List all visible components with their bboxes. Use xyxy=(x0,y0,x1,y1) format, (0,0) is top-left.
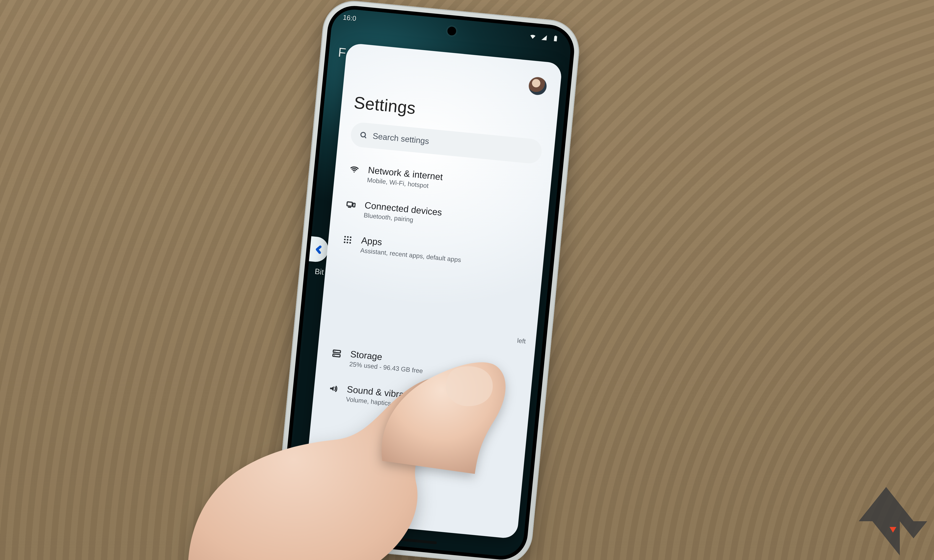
settings-item-sub-fragment: left xyxy=(353,321,526,345)
svg-point-8 xyxy=(347,239,349,241)
svg-point-15 xyxy=(334,351,335,352)
svg-point-4 xyxy=(344,236,346,238)
apps-icon xyxy=(343,235,353,245)
svg-point-10 xyxy=(344,242,345,243)
back-gesture-chip[interactable] xyxy=(308,236,329,263)
svg-marker-18 xyxy=(886,487,914,521)
sound-icon xyxy=(328,383,339,394)
chevron-left-icon xyxy=(313,244,324,255)
svg-marker-17 xyxy=(859,487,886,521)
svg-point-16 xyxy=(334,355,335,356)
svg-marker-19 xyxy=(872,521,900,555)
search-placeholder: Search settings xyxy=(372,131,429,146)
svg-point-11 xyxy=(346,242,348,243)
svg-point-12 xyxy=(349,242,351,244)
signal-status-icon xyxy=(540,34,548,42)
gesture-nav-pill[interactable] xyxy=(369,535,437,544)
wifi-status-icon xyxy=(529,33,537,40)
svg-point-6 xyxy=(350,237,352,238)
settings-card[interactable]: Settings Search settings Network & inter… xyxy=(302,43,563,539)
battery-status-icon xyxy=(552,35,559,42)
camera-punch-hole xyxy=(447,26,457,35)
svg-point-5 xyxy=(347,236,349,238)
svg-point-9 xyxy=(349,239,351,241)
wifi-icon xyxy=(349,164,360,175)
settings-list: Network & internet Mobile, Wi-Fi, hotspo… xyxy=(325,155,540,427)
phone-device: 16:0 F Bit Settings Sear xyxy=(273,0,582,560)
statusbar-time: 16:0 xyxy=(343,14,356,22)
svg-rect-3 xyxy=(353,203,355,207)
svg-point-7 xyxy=(344,239,346,240)
scene: 16:0 F Bit Settings Sear xyxy=(0,0,934,560)
settings-card-inner: Settings Search settings Network & inter… xyxy=(302,43,563,539)
profile-avatar[interactable] xyxy=(528,76,547,96)
svg-rect-2 xyxy=(347,202,352,206)
devices-icon xyxy=(346,199,356,210)
svg-rect-14 xyxy=(333,354,340,357)
svg-rect-13 xyxy=(333,350,340,353)
background-text-partial: Bit xyxy=(314,267,324,277)
background-text-partial: F xyxy=(337,45,346,60)
statusbar-right xyxy=(529,33,559,42)
svg-point-1 xyxy=(354,171,355,172)
svg-marker-20 xyxy=(900,521,927,538)
storage-icon xyxy=(332,348,342,358)
search-icon xyxy=(359,131,368,139)
watermark-logo xyxy=(845,485,927,558)
phone-screen: 16:0 F Bit Settings Sear xyxy=(283,8,572,558)
